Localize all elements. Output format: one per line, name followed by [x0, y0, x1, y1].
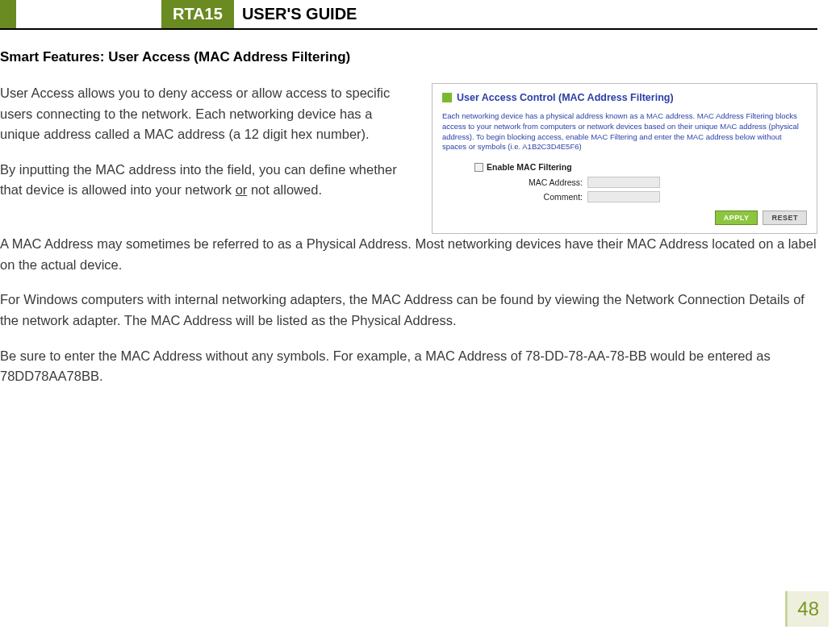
- body-left: User Access allows you to deny access or…: [0, 83, 416, 215]
- paragraph-4: For Windows computers with internal netw…: [0, 290, 817, 331]
- paragraph-3: A MAC Address may sometimes be referred …: [0, 234, 817, 275]
- product-badge: RTA15: [161, 0, 234, 28]
- ss-title: User Access Control (MAC Address Filteri…: [457, 92, 674, 103]
- apply-button[interactable]: APPLY: [715, 211, 759, 225]
- embedded-screenshot: User Access Control (MAC Address Filteri…: [432, 83, 817, 234]
- ss-accent-square-icon: [442, 93, 452, 102]
- paragraph-5: Be sure to enter the MAC Address without…: [0, 346, 817, 387]
- section-title: Smart Features: User Access (MAC Address…: [0, 49, 817, 65]
- comment-label: Comment:: [474, 192, 587, 202]
- doc-header: RTA15 USER'S GUIDE: [0, 0, 817, 30]
- enable-mac-label: Enable MAC Filtering: [487, 162, 572, 172]
- ss-form: Enable MAC Filtering MAC Address: Commen…: [442, 162, 807, 202]
- paragraph-2: By inputting the MAC address into the fi…: [0, 160, 416, 201]
- content: Smart Features: User Access (MAC Address…: [0, 30, 840, 387]
- ss-enable-row: Enable MAC Filtering: [474, 162, 807, 172]
- comment-input[interactable]: [587, 191, 660, 202]
- p2a: By inputting the MAC address into the fi…: [0, 162, 397, 198]
- ss-buttons: APPLY RESET: [442, 211, 807, 225]
- doc-title: USER'S GUIDE: [234, 0, 357, 28]
- mac-address-input[interactable]: [587, 177, 660, 188]
- page-number: 48: [785, 591, 829, 627]
- reset-button[interactable]: RESET: [763, 211, 807, 225]
- body-row: User Access allows you to deny access or…: [0, 83, 817, 234]
- ss-description: Each networking device has a physical ad…: [442, 111, 807, 152]
- enable-mac-checkbox[interactable]: [474, 163, 483, 172]
- comment-row: Comment:: [474, 191, 807, 202]
- mac-address-row: MAC Address:: [474, 177, 807, 188]
- paragraph-1: User Access allows you to deny access or…: [0, 83, 416, 145]
- mac-address-label: MAC Address:: [474, 177, 587, 187]
- ss-header: User Access Control (MAC Address Filteri…: [442, 92, 807, 103]
- p2-or: or: [236, 182, 248, 197]
- p2c: not allowed.: [247, 182, 322, 197]
- header-accent: [0, 0, 16, 28]
